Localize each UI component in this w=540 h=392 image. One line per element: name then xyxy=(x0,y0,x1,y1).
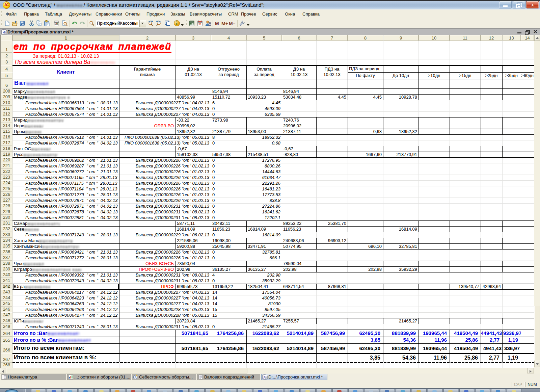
svg-text:31: 31 xyxy=(198,23,201,26)
